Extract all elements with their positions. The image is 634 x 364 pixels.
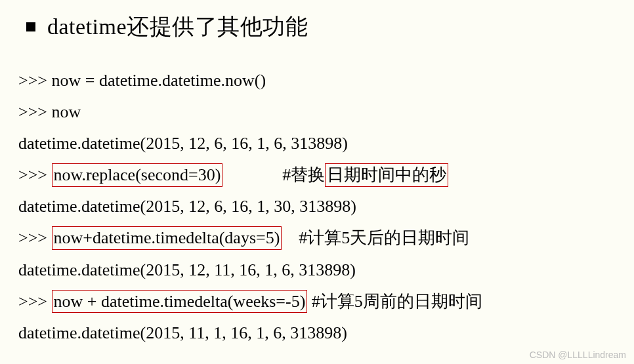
title-row: datetime还提供了其他功能 (26, 12, 621, 42)
comment-text: #计算5天后的日期时间 (282, 228, 469, 247)
comment-text: #替换 (222, 165, 325, 184)
prompt: >>> (18, 165, 52, 184)
bullet-icon (26, 22, 35, 31)
comment-text: #计算5周前的日期时间 (307, 292, 482, 311)
code-line-5: datetime.datetime(2015, 12, 6, 16, 1, 30… (18, 191, 621, 222)
code-line-2: >>> now (18, 96, 621, 128)
watermark: CSDN @LLLLLindream (530, 350, 626, 360)
code-line-4: >>> now.replace(second=30) #替换日期时间中的秒 (18, 159, 621, 191)
prompt: >>> (18, 228, 52, 247)
code-line-9: datetime.datetime(2015, 11, 1, 16, 1, 6,… (18, 317, 621, 349)
highlighted-comment: 日期时间中的秒 (325, 163, 448, 187)
highlighted-code: now.replace(second=30) (52, 163, 223, 187)
code-line-8: >>> now + datetime.timedelta(weeks=-5) #… (18, 286, 621, 317)
code-line-1: >>> now = datetime.datetime.now() (18, 65, 621, 96)
code-line-7: datetime.datetime(2015, 12, 11, 16, 1, 6… (18, 254, 621, 286)
code-block: >>> now = datetime.datetime.now() >>> no… (18, 65, 621, 349)
code-line-3: datetime.datetime(2015, 12, 6, 16, 1, 6,… (18, 128, 621, 159)
highlighted-code: now + datetime.timedelta(weeks=-5) (52, 290, 308, 313)
prompt: >>> (18, 292, 52, 311)
highlighted-code: now+datetime.timedelta(days=5) (52, 226, 282, 250)
title-text: datetime还提供了其他功能 (47, 12, 308, 42)
code-line-6: >>> now+datetime.timedelta(days=5) #计算5天… (18, 222, 621, 254)
